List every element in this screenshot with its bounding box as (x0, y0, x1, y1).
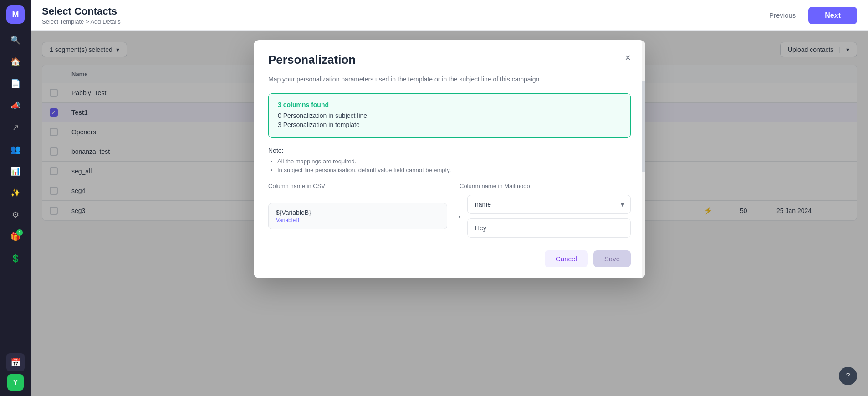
variable-sub: VariableB (276, 217, 439, 223)
sidebar-item-billing[interactable]: 💲 (6, 249, 25, 268)
topbar-actions: Previous Next (762, 7, 857, 24)
sidebar-item-campaigns[interactable]: 📣 (6, 96, 25, 115)
page-title: Select Contacts (42, 5, 121, 17)
sidebar-item-documents[interactable]: 📄 (6, 75, 25, 93)
sidebar-item-settings[interactable]: ⚙ (6, 206, 25, 224)
breadcrumb-link[interactable]: Select Template (42, 18, 84, 25)
logo-letter: M (12, 10, 19, 20)
sidebar-item-share[interactable]: ↗ (6, 118, 25, 137)
default-value-input[interactable] (467, 218, 631, 238)
columns-found-box: 3 columns found 0 Personalization in sub… (268, 93, 631, 138)
sidebar-item-search[interactable]: 🔍 (6, 31, 25, 49)
mapping-select-wrapper: name email ▾ (467, 195, 631, 214)
mapping-right: name email ▾ (467, 195, 631, 238)
sidebar-item-calendar[interactable]: 📅 (6, 353, 25, 371)
sidebar-item-users[interactable]: 👥 (6, 140, 25, 158)
sidebar-item-home[interactable]: 🏠 (6, 53, 25, 71)
mapping-arrow-icon: → (453, 211, 462, 222)
breadcrumb-sep: > (86, 18, 91, 25)
mapping-select[interactable]: name email (467, 195, 631, 214)
modal-header: Personalization × (254, 40, 645, 74)
columns-found-title: 3 columns found (278, 101, 621, 108)
avatar: Y (7, 374, 24, 391)
columns-found-item-2: 3 Personalization in template (278, 121, 621, 128)
sidebar: M 🔍 🏠 📄 📣 ↗ 👥 📊 ✨ ⚙ 🎁 1 💲 📅 Y (0, 0, 31, 396)
topbar-left: Select Contacts Select Template > Add De… (42, 5, 121, 25)
main-content: Select Contacts Select Template > Add De… (31, 0, 868, 396)
breadcrumb: Select Template > Add Details (42, 18, 121, 25)
scroll-track (642, 40, 645, 278)
breadcrumb-rest: Add Details (90, 18, 120, 25)
mapping-header: Column name in CSV Column name in Mailmo… (268, 183, 631, 189)
save-button[interactable]: Save (593, 250, 631, 267)
modal-footer: Cancel Save (254, 243, 645, 278)
topbar: Select Contacts Select Template > Add De… (31, 0, 868, 31)
help-icon: ? (846, 372, 850, 380)
cancel-button[interactable]: Cancel (545, 250, 588, 267)
note-item-2: In subject line personalisation, default… (277, 167, 631, 173)
note-item-1: All the mappings are required. (277, 158, 631, 165)
columns-found-item-1: 0 Personalization in subject line (278, 112, 621, 119)
mapping-variable-box: ${VariableB} VariableB (268, 203, 447, 229)
gift-badge: 1 (16, 229, 23, 236)
help-button[interactable]: ? (839, 367, 857, 385)
modal-body: Map your personalization parameters used… (254, 74, 645, 243)
note-title: Note: (268, 147, 631, 154)
next-button[interactable]: Next (808, 7, 857, 24)
content-area: 1 segment(s) selected ▾ Upload contacts … (31, 31, 868, 396)
note-list: All the mappings are required. In subjec… (268, 158, 631, 173)
sidebar-item-gift[interactable]: 🎁 1 (6, 228, 25, 246)
sidebar-logo: M (6, 5, 25, 24)
modal-title: Personalization (268, 53, 356, 67)
sidebar-bottom: 📅 Y (6, 352, 25, 391)
personalization-modal: Personalization × Map your personalizati… (254, 40, 645, 278)
mapping-row: ${VariableB} VariableB → name email ▾ (268, 195, 631, 238)
previous-button[interactable]: Previous (762, 8, 803, 23)
scroll-thumb[interactable] (642, 81, 645, 172)
modal-overlay: Personalization × Map your personalizati… (31, 31, 868, 396)
note-section: Note: All the mappings are required. In … (268, 147, 631, 173)
sidebar-item-magic[interactable]: ✨ (6, 184, 25, 202)
csv-column-label: Column name in CSV (268, 183, 439, 189)
modal-description: Map your personalization parameters used… (268, 74, 631, 84)
sidebar-item-analytics[interactable]: 📊 (6, 162, 25, 180)
mailmodo-column-label: Column name in Mailmodo (460, 183, 631, 189)
modal-close-button[interactable]: × (625, 53, 631, 63)
variable-name: ${VariableB} (276, 209, 439, 216)
